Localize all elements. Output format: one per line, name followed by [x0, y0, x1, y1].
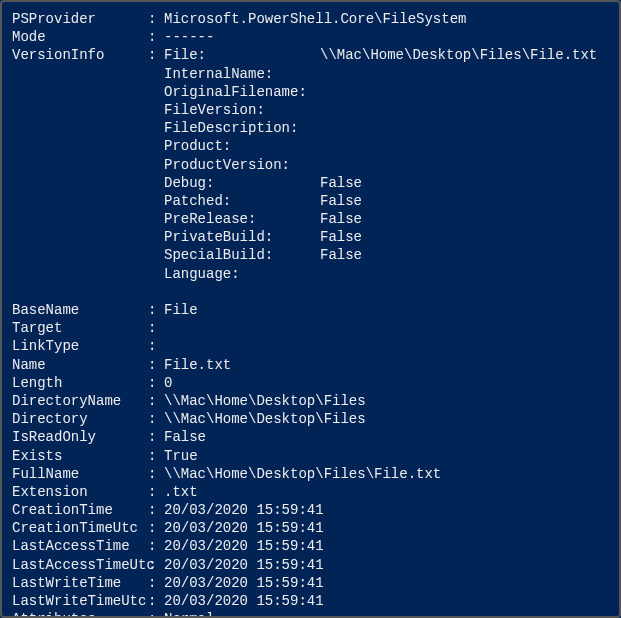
vi-privatebuild-value: False: [320, 229, 362, 245]
vi-language-label: Language:: [164, 265, 320, 283]
separator: :: [148, 574, 164, 592]
label-attributes: Attributes: [12, 610, 148, 618]
vi-fileversion-label: FileVersion:: [164, 101, 320, 119]
row-linktype: LinkType:: [12, 337, 609, 355]
value-mode: ------: [164, 29, 214, 45]
row-vi-product: Product:: [12, 137, 609, 155]
vi-file-value: \\Mac\Home\Desktop\Files\File.txt: [320, 47, 597, 63]
vi-file-label: File:: [164, 46, 320, 64]
label-lastaccesstime: LastAccessTime: [12, 537, 148, 555]
value-extension: .txt: [164, 484, 198, 500]
label-creationtimeutc: CreationTimeUtc: [12, 519, 148, 537]
row-vi-debug: Debug:False: [12, 174, 609, 192]
vi-patched-value: False: [320, 193, 362, 209]
row-length: Length:0: [12, 374, 609, 392]
label-lastwritetime: LastWriteTime: [12, 574, 148, 592]
separator: :: [148, 10, 164, 28]
vi-debug-value: False: [320, 175, 362, 191]
value-isreadonly: False: [164, 429, 206, 445]
row-lastaccesstimeutc: LastAccessTimeUtc:20/03/2020 15:59:41: [12, 556, 609, 574]
vi-productversion-label: ProductVersion:: [164, 156, 320, 174]
vi-prerelease-label: PreRelease:: [164, 210, 320, 228]
separator: :: [148, 374, 164, 392]
label-exists: Exists: [12, 447, 148, 465]
separator: :: [148, 46, 164, 64]
row-lastwritetimeutc: LastWriteTimeUtc:20/03/2020 15:59:41: [12, 592, 609, 610]
row-attributes: Attributes:Normal: [12, 610, 609, 618]
row-vi-prerelease: PreRelease:False: [12, 210, 609, 228]
value-lastaccesstime: 20/03/2020 15:59:41: [164, 538, 324, 554]
separator: :: [148, 392, 164, 410]
row-directoryname: DirectoryName:\\Mac\Home\Desktop\Files: [12, 392, 609, 410]
row-lastaccesstime: LastAccessTime:20/03/2020 15:59:41: [12, 537, 609, 555]
value-basename: File: [164, 302, 198, 318]
row-vi-filedescription: FileDescription:: [12, 119, 609, 137]
value-directory: \\Mac\Home\Desktop\Files: [164, 411, 366, 427]
vi-internalname-label: InternalName:: [164, 65, 320, 83]
row-fullname: FullName:\\Mac\Home\Desktop\Files\File.t…: [12, 465, 609, 483]
row-target: Target:: [12, 319, 609, 337]
vi-patched-label: Patched:: [164, 192, 320, 210]
row-name: Name:File.txt: [12, 356, 609, 374]
separator: :: [148, 501, 164, 519]
row-basename: BaseName:File: [12, 301, 609, 319]
label-creationtime: CreationTime: [12, 501, 148, 519]
separator: :: [148, 519, 164, 537]
vi-specialbuild-value: False: [320, 247, 362, 263]
separator: :: [148, 537, 164, 555]
row-mode: Mode:------: [12, 28, 609, 46]
label-lastaccesstimeutc: LastAccessTimeUtc: [12, 556, 148, 574]
vi-debug-label: Debug:: [164, 174, 320, 192]
value-psprovider: Microsoft.PowerShell.Core\FileSystem: [164, 11, 466, 27]
row-isreadonly: IsReadOnly:False: [12, 428, 609, 446]
separator: :: [148, 301, 164, 319]
label-versioninfo: VersionInfo: [12, 46, 148, 64]
value-length: 0: [164, 375, 172, 391]
value-name: File.txt: [164, 357, 231, 373]
separator: :: [148, 592, 164, 610]
separator: :: [148, 556, 164, 574]
row-extension: Extension:.txt: [12, 483, 609, 501]
row-creationtime: CreationTime:20/03/2020 15:59:41: [12, 501, 609, 519]
label-directoryname: DirectoryName: [12, 392, 148, 410]
row-vi-fileversion: FileVersion:: [12, 101, 609, 119]
row-psprovider: PSProvider:Microsoft.PowerShell.Core\Fil…: [12, 10, 609, 28]
label-extension: Extension: [12, 483, 148, 501]
row-vi-patched: Patched:False: [12, 192, 609, 210]
row-lastwritetime: LastWriteTime:20/03/2020 15:59:41: [12, 574, 609, 592]
vi-originalfilename-label: OriginalFilename:: [164, 83, 320, 101]
value-exists: True: [164, 448, 198, 464]
vi-privatebuild-label: PrivateBuild:: [164, 228, 320, 246]
label-linktype: LinkType: [12, 337, 148, 355]
label-basename: BaseName: [12, 301, 148, 319]
value-lastwritetimeutc: 20/03/2020 15:59:41: [164, 593, 324, 609]
label-fullname: FullName: [12, 465, 148, 483]
label-isreadonly: IsReadOnly: [12, 428, 148, 446]
row-vi-privatebuild: PrivateBuild:False: [12, 228, 609, 246]
vi-prerelease-value: False: [320, 211, 362, 227]
value-attributes: Normal: [164, 611, 214, 618]
value-lastaccesstimeutc: 20/03/2020 15:59:41: [164, 557, 324, 573]
label-mode: Mode: [12, 28, 148, 46]
value-creationtimeutc: 20/03/2020 15:59:41: [164, 520, 324, 536]
row-creationtimeutc: CreationTimeUtc:20/03/2020 15:59:41: [12, 519, 609, 537]
separator: :: [148, 319, 164, 337]
blank-line: [12, 283, 609, 301]
label-length: Length: [12, 374, 148, 392]
value-directoryname: \\Mac\Home\Desktop\Files: [164, 393, 366, 409]
separator: :: [148, 447, 164, 465]
label-psprovider: PSProvider: [12, 10, 148, 28]
label-directory: Directory: [12, 410, 148, 428]
value-lastwritetime: 20/03/2020 15:59:41: [164, 575, 324, 591]
row-vi-originalfilename: OriginalFilename:: [12, 83, 609, 101]
row-vi-internalname: InternalName:: [12, 65, 609, 83]
vi-product-label: Product:: [164, 137, 320, 155]
vi-filedescription-label: FileDescription:: [164, 119, 320, 137]
row-vi-language: Language:: [12, 265, 609, 283]
row-vi-productversion: ProductVersion:: [12, 156, 609, 174]
separator: :: [148, 483, 164, 501]
separator: :: [148, 337, 164, 355]
separator: :: [148, 465, 164, 483]
label-target: Target: [12, 319, 148, 337]
separator: :: [148, 28, 164, 46]
